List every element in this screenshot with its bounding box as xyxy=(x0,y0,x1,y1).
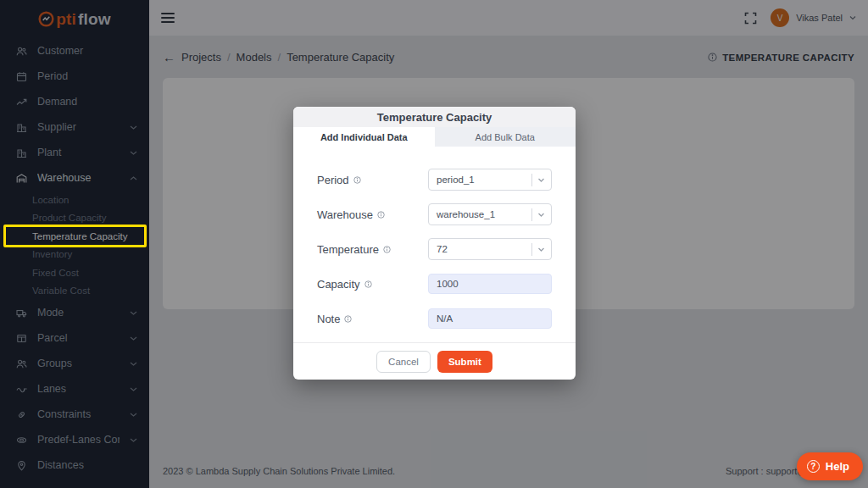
period-select-value: period_1 xyxy=(437,175,531,185)
temperature-select[interactable]: 72 xyxy=(428,238,552,260)
modal-footer: Cancel Submit xyxy=(293,342,576,380)
chevron-down-icon xyxy=(537,176,545,184)
app-root: ptiflow CustomerPeriodDemandSupplierPlan… xyxy=(0,0,868,488)
info-icon[interactable] xyxy=(364,280,372,288)
warehouse-field-row: Warehouse warehouse_1 xyxy=(317,203,552,225)
question-icon: ? xyxy=(807,460,820,473)
modal-body: Period period_1 Warehouse xyxy=(293,147,576,342)
temperature-field-label: Temperature xyxy=(317,243,379,256)
note-input[interactable] xyxy=(428,308,552,329)
submit-button[interactable]: Submit xyxy=(437,351,492,373)
capacity-input[interactable] xyxy=(428,274,552,294)
info-icon[interactable] xyxy=(377,211,385,219)
period-field-row: Period period_1 xyxy=(317,169,552,191)
period-field-label: Period xyxy=(317,174,349,186)
help-button[interactable]: ? Help xyxy=(797,452,863,480)
modal-title: Temperature Capacity xyxy=(293,107,576,127)
warehouse-field-label: Warehouse xyxy=(317,208,373,221)
temperature-select-value: 72 xyxy=(437,244,531,254)
help-label: Help xyxy=(826,460,849,473)
temperature-capacity-modal: Temperature Capacity Add Individual Data… xyxy=(293,107,576,380)
tab-add-bulk-data[interactable]: Add Bulk Data xyxy=(435,127,576,147)
tab-add-individual-data[interactable]: Add Individual Data xyxy=(293,127,435,147)
note-field-label: Note xyxy=(317,313,340,325)
capacity-field-row: Capacity xyxy=(317,273,552,295)
info-icon[interactable] xyxy=(353,176,361,184)
info-icon[interactable] xyxy=(383,246,391,253)
capacity-field-label: Capacity xyxy=(317,278,360,291)
note-field-row: Note xyxy=(317,308,552,330)
period-select[interactable]: period_1 xyxy=(428,169,552,191)
modal-tabs: Add Individual Data Add Bulk Data xyxy=(293,127,576,147)
cancel-button[interactable]: Cancel xyxy=(376,351,431,373)
temperature-field-row: Temperature 72 xyxy=(317,238,552,260)
warehouse-select-value: warehouse_1 xyxy=(437,209,531,219)
warehouse-select[interactable]: warehouse_1 xyxy=(428,203,552,225)
info-icon[interactable] xyxy=(344,315,352,323)
chevron-down-icon xyxy=(537,211,545,219)
chevron-down-icon xyxy=(537,246,545,253)
